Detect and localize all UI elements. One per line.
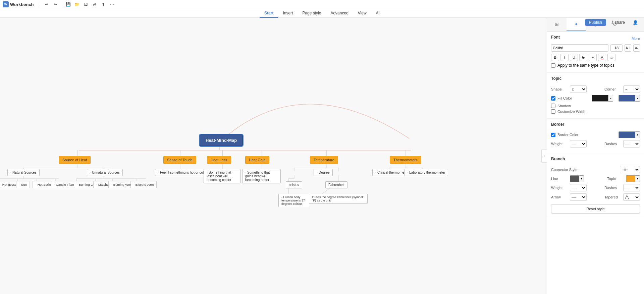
topic-sense-touch[interactable]: Sense of Touch [163, 156, 196, 164]
reset-style-button[interactable]: Reset style [551, 204, 640, 214]
branch-title: Branch [551, 157, 565, 161]
font-color-button[interactable]: A [598, 54, 606, 61]
font-size-input[interactable] [610, 44, 623, 52]
subtopic-natural-sources[interactable]: - Natural Sources [7, 169, 40, 176]
font-size-decrease-button[interactable]: A- [633, 44, 640, 52]
menu-insert[interactable]: Insert [278, 9, 298, 18]
border-dashes-label: Dashes [604, 142, 621, 146]
topic-source-heat[interactable]: Source of Heat [59, 156, 91, 164]
branch-tapered-select[interactable]: ╱╲ ▷ [623, 193, 640, 201]
corner-select[interactable]: ⌐ ⌐⌐ [623, 85, 640, 93]
border-color-dropdown[interactable]: ▾ [635, 131, 640, 138]
node-fahrenheit[interactable]: Fahrenheit [325, 181, 347, 188]
open-folder-button[interactable]: 📁 [73, 1, 81, 8]
font-title-row: Font More [551, 35, 640, 42]
menu-advanced[interactable]: Advanced [326, 9, 353, 18]
font-section: Font More Calibri A+ A- B I U S ≡ A ⌂ [547, 32, 644, 73]
topic-thermometers[interactable]: Thermometers [390, 156, 421, 164]
right-panel: ⊞ ✦ ◎ ⚙ ✧ Font More Calibri A+ A- B [547, 18, 644, 294]
underline-button[interactable]: U [570, 54, 578, 61]
format-row: B I U S ≡ A ⌂ [551, 54, 640, 61]
subtopic-heat-gain-desc[interactable]: - Something that gains heat will becomin… [242, 169, 281, 183]
branch-topic-color-dropdown[interactable]: ▾ [635, 175, 640, 182]
topic-heat-loss[interactable]: Heat Loss [207, 156, 231, 164]
subtopic-feel-hot-cold[interactable]: - Feel if something is hot or cold [155, 169, 209, 176]
sub2-sun[interactable]: - Sun [16, 181, 30, 188]
border-dashes-select[interactable]: ── - - ··· [623, 140, 640, 148]
shadow-checkbox[interactable] [551, 104, 555, 108]
apply-same-label: Apply to the same type of topics [557, 63, 614, 68]
branch-dashes-label: Dashes [604, 186, 621, 190]
font-title: Font [551, 35, 560, 40]
customize-width-checkbox[interactable] [551, 109, 555, 114]
branch-dashes-select[interactable]: ── - - [623, 184, 640, 191]
font-size-increase-button[interactable]: A+ [625, 44, 631, 52]
print-button[interactable]: 🖨 [91, 1, 98, 8]
shape-select[interactable]: □ ○ ⬡ [570, 85, 587, 93]
canvas-area[interactable]: Heat-Mind-Map Source of Heat Sense of To… [0, 18, 547, 294]
border-color-row: Border Color ▾ [551, 131, 640, 138]
share-button[interactable]: ⤴ share [609, 19, 628, 25]
panel-tab-style[interactable]: ✦ [567, 18, 586, 31]
fill-color-blue-dropdown[interactable]: ▾ [635, 95, 640, 102]
apply-same-checkbox[interactable] [551, 63, 555, 68]
topic-heat-gain[interactable]: Heat Gain [245, 156, 269, 164]
branch-topic-color-swatch[interactable] [626, 175, 635, 182]
border-color-checkbox[interactable] [551, 133, 555, 137]
logo-icon: W [3, 1, 9, 7]
fill-color-dark-swatch[interactable] [592, 95, 608, 102]
border-color-pair: ▾ [619, 131, 640, 138]
fill-color-checkbox[interactable] [551, 96, 555, 101]
subtopic-degree[interactable]: - Degree [314, 169, 333, 176]
publish-button[interactable]: Publish [585, 19, 606, 26]
undo-button[interactable]: ↩ [43, 1, 50, 8]
more-button[interactable]: ⋯ [108, 1, 116, 8]
branch-line-color-dropdown[interactable]: ▾ [579, 175, 584, 182]
subtopic-heat-loss-desc[interactable]: - Something that loses heat will becomin… [204, 169, 240, 183]
fill-color-pair: ▾ [592, 95, 613, 102]
font-more-link[interactable]: More [632, 37, 640, 41]
node-celsius[interactable]: celsius [286, 181, 302, 188]
border-color-swatch[interactable] [619, 131, 635, 138]
fill-color-row: Fill Color ▾ ▾ [551, 95, 640, 102]
fill-color-blue-swatch[interactable] [619, 95, 635, 102]
save-button[interactable]: 💾 [65, 1, 72, 8]
branch-section: Branch Connector Style ⊣⊢ ╌ ⌒ Line ▾ Top… [547, 153, 644, 217]
strikethrough-button[interactable]: S [579, 54, 587, 61]
menu-start[interactable]: Start [260, 9, 278, 18]
connector-style-select[interactable]: ⊣⊢ ╌ ⌒ [620, 166, 640, 173]
topic-section: Topic Shape □ ○ ⬡ Corner ⌐ ⌐⌐ Fill Color [547, 73, 644, 119]
corner-label: Corner [604, 87, 621, 91]
italic-button[interactable]: I [560, 54, 569, 61]
border-weight-select[interactable]: ── ─ ━ [570, 140, 587, 148]
bold-button[interactable]: B [551, 54, 559, 61]
subtopic-lab-therm[interactable]: - Laboratory thermometer [404, 169, 448, 176]
font-family-select[interactable]: Calibri [551, 44, 608, 52]
redo-button[interactable]: ↪ [52, 1, 59, 8]
branch-weight-select[interactable]: ── ━ [570, 184, 587, 191]
node-body-temp[interactable]: - Human body temperature is 37 degrees c… [278, 194, 310, 207]
panel-tab-layout[interactable]: ⊞ [547, 18, 567, 31]
highlight-button[interactable]: ⌂ [607, 54, 615, 61]
node-fahrenheit-desc[interactable]: It uses the degree Fahrenheit (symbol: °… [309, 194, 368, 204]
export-button[interactable]: ⬆ [100, 1, 107, 8]
branch-arrow-select[interactable]: ── → [570, 193, 587, 201]
collapse-panel-button[interactable]: ‹ [541, 149, 547, 163]
branch-arrow-label: Arrow [551, 195, 568, 199]
subtopic-unnatural-sources[interactable]: - Unnatural Sources [87, 169, 123, 176]
sub2-electric-oven[interactable]: - Electric oven [130, 181, 157, 188]
connector-style-label: Connector Style [551, 168, 578, 172]
branch-line-color-swatch[interactable] [570, 175, 579, 182]
branch-weight-label: Weight [551, 186, 568, 190]
border-section: Border Border Color ▾ Weight ── ─ ━ [547, 119, 644, 153]
menu-view[interactable]: View [353, 9, 371, 18]
account-button[interactable]: 👤 [630, 19, 641, 25]
topic-temperature[interactable]: Temperature [310, 156, 338, 164]
align-button[interactable]: ≡ [589, 54, 597, 61]
menu-page-style[interactable]: Page style [298, 9, 326, 18]
shape-label: Shape [551, 87, 568, 91]
fill-color-dark-dropdown[interactable]: ▾ [608, 95, 613, 102]
menu-ai[interactable]: AI [371, 9, 384, 18]
save-disk-button[interactable]: 🖫 [82, 1, 90, 8]
central-node[interactable]: Heat-Mind-Map [200, 134, 243, 146]
